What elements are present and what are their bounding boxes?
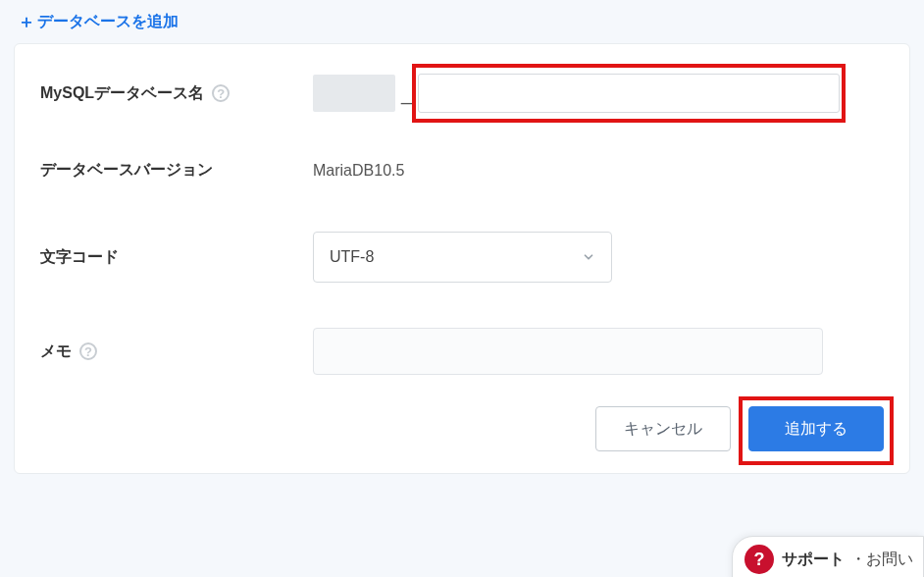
db-name-prefix (313, 75, 395, 112)
button-row: キャンセル 追加する (40, 406, 884, 451)
db-name-label: MySQLデータベース名 ? (40, 83, 313, 104)
plus-icon: ＋ (18, 10, 35, 33)
add-database-link[interactable]: ＋ データベースを追加 (18, 10, 179, 33)
db-version-label: データベースバージョン (40, 160, 313, 181)
db-version-value: MariaDB10.5 (313, 162, 404, 180)
charset-label: 文字コード (40, 247, 313, 268)
charset-select[interactable]: UTF-8 (313, 232, 612, 283)
question-icon: ? (744, 545, 774, 574)
cancel-button[interactable]: キャンセル (595, 406, 731, 451)
chevron-down-icon (582, 250, 595, 264)
db-name-input[interactable] (418, 74, 840, 113)
add-database-label: データベースを追加 (37, 12, 179, 32)
support-sub: ・お問い (850, 550, 913, 570)
support-widget[interactable]: ? サポート ・お問い (732, 536, 924, 577)
row-charset: 文字コード UTF-8 (40, 232, 884, 283)
submit-button[interactable]: 追加する (748, 406, 884, 451)
memo-input[interactable] (313, 328, 823, 375)
row-db-name: MySQLデータベース名 ? _ (40, 74, 884, 113)
underscore-separator: _ (395, 82, 418, 105)
database-form-card: MySQLデータベース名 ? _ データベースバージョン MariaDB10.5 (14, 43, 910, 474)
help-icon[interactable]: ? (212, 84, 230, 102)
help-icon[interactable]: ? (79, 342, 97, 360)
row-db-version: データベースバージョン MariaDB10.5 (40, 160, 884, 181)
support-label: サポート (782, 550, 845, 570)
memo-label: メモ ? (40, 341, 313, 362)
charset-selected-value: UTF-8 (330, 248, 374, 266)
row-memo: メモ ? (40, 328, 884, 375)
